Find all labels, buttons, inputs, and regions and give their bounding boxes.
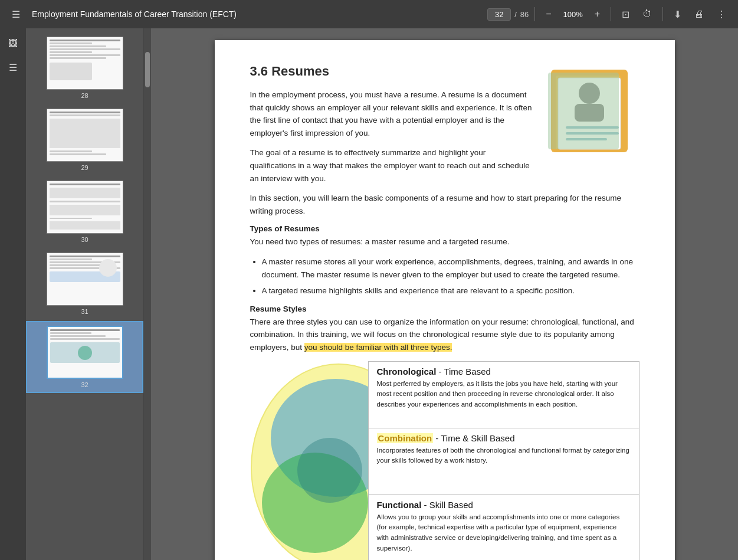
thumbnail-29[interactable]: 29 [26,105,143,175]
thumb-label-32: 32 [81,381,88,388]
chrono-title: Chronological - Time Based [377,366,631,376]
clock-button[interactable]: ⏱ [638,6,657,22]
styles-text: There are three styles you can use to or… [250,316,639,354]
sidebar-icon-image[interactable]: 🖼 [2,33,24,54]
divider-3 [662,7,663,21]
thumbnail-img-30 [47,181,123,234]
thumbnail-img-31 [47,253,123,306]
page-input[interactable] [487,8,511,21]
bullet-list: A master resume stores all your work exp… [262,256,639,297]
thumbnail-30[interactable]: 30 [26,177,143,247]
func-text: Allows you to group your skills and acco… [377,512,631,554]
bullet-item-2: A targeted resume highlights skills and … [262,284,639,297]
zoom-level: 100% [560,10,586,19]
thumbnail-28[interactable]: 28 [26,33,143,103]
thumbnail-img-29 [47,109,123,162]
sidebar-icon-text[interactable]: ☰ [2,57,24,78]
more-button[interactable]: ⋮ [712,6,731,22]
side-icons: 🖼 ☰ [0,28,26,560]
combination-box: Combination - Time & Skill Based Incorpo… [368,428,639,494]
thumbnail-panel[interactable]: 28 29 [26,28,144,560]
divider-2 [611,7,611,21]
thumbnail-32[interactable]: 32 [26,321,143,393]
scroll-track[interactable] [144,28,151,560]
functional-box: Functional - Skill Based Allows you to g… [368,494,639,561]
styles-heading: Resume Styles [250,304,639,313]
page-document: 3.6 Resumes In the employment process, y… [215,40,675,560]
resume-type-boxes: Chronological - Time Based Most perferre… [368,361,639,561]
total-pages: 86 [520,10,529,19]
thumbnail-img-32 [47,326,123,379]
menu-button[interactable]: ☰ [7,6,25,22]
chrono-text: Most perferred by employers, as it lists… [377,379,631,410]
thumbnail-img-28 [47,37,123,90]
toolbar-controls: / 86 − 100% + ⊡ ⏱ ⬇ 🖨 ⋮ [487,6,731,22]
divider-1 [534,7,535,21]
types-heading: Types of Resumes [250,224,639,233]
print-button[interactable]: 🖨 [690,6,709,22]
svg-point-12 [297,438,362,503]
svg-rect-8 [548,73,619,149]
thumb-label-28: 28 [81,92,88,99]
download-button[interactable]: ⬇ [669,6,686,22]
intro-paragraph-3: In this section, you will learn the basi… [250,192,639,217]
types-text: You need two types of resumes: a master … [250,235,639,248]
main-area: 🖼 ☰ 28 [0,28,738,560]
thumbnail-31[interactable]: 31 [26,249,143,319]
combo-title: Combination - Time & Skill Based [377,433,631,443]
zoom-in-button[interactable]: + [590,6,605,22]
thumb-label-30: 30 [81,236,88,243]
styles-text-highlight: you should be familiar with all three ty… [304,343,452,352]
scroll-thumb [145,52,150,87]
thumb-label-29: 29 [81,164,88,171]
content-area[interactable]: 3.6 Resumes In the employment process, y… [151,28,738,560]
venn-diagram-container: Chronological - Time Based Most perferre… [250,361,639,561]
zoom-out-button[interactable]: − [541,6,556,22]
thumb-label-31: 31 [81,308,88,315]
func-title: Functional - Skill Based [377,500,631,510]
toolbar: ☰ Employment Fundamentals of Career Tran… [0,0,738,28]
page-separator: / [514,10,517,19]
document-title: Employment Fundamentals of Career Transi… [32,9,480,19]
combo-text: Incorporates features of both the chrono… [377,446,631,467]
chronological-box: Chronological - Time Based Most perferre… [368,361,639,428]
bullet-item-1: A master resume stores all your work exp… [262,256,639,281]
fit-button[interactable]: ⊡ [617,6,634,22]
resume-icon [545,64,639,158]
